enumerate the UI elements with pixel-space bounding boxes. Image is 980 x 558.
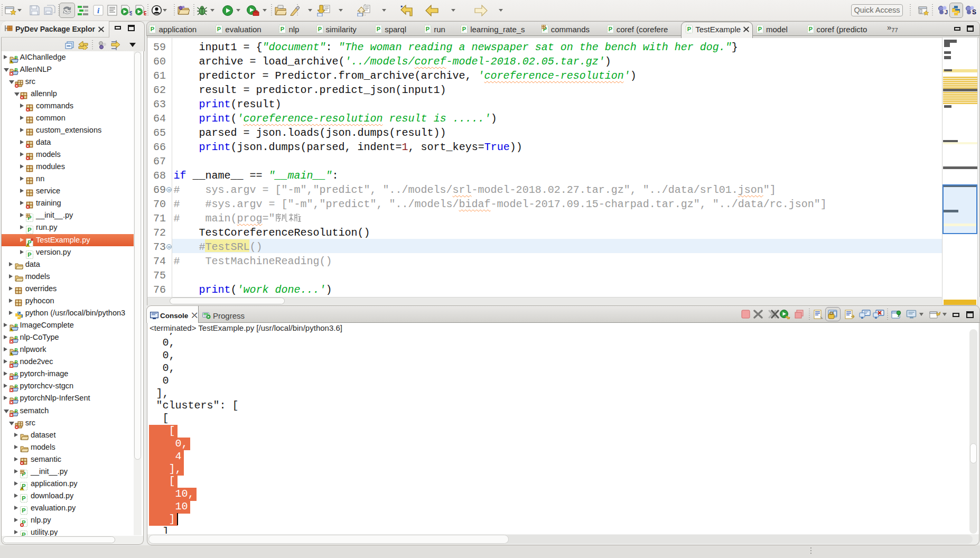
svg-text:P: P: [151, 26, 154, 32]
svg-text:P: P: [462, 26, 466, 32]
svg-text:P: P: [14, 396, 17, 401]
svg-text:P: P: [14, 336, 17, 340]
svg-text:P: P: [22, 495, 26, 501]
svg-text:P: P: [318, 26, 321, 32]
svg-text:P: P: [758, 26, 762, 32]
svg-text:P: P: [22, 507, 26, 514]
svg-text:EE: EE: [144, 11, 146, 16]
svg-text:P: P: [217, 26, 221, 32]
svg-text:P: P: [27, 227, 31, 233]
svg-text:P: P: [609, 26, 612, 32]
svg-text:S: S: [129, 11, 132, 16]
svg-text:P: P: [14, 360, 17, 365]
svg-text:P: P: [14, 68, 17, 72]
svg-text:P: P: [426, 26, 430, 32]
svg-text:S: S: [972, 8, 976, 16]
svg-text:P: P: [377, 26, 380, 32]
svg-text:P: P: [27, 252, 31, 258]
svg-text:P: P: [14, 55, 17, 60]
svg-text:P: P: [14, 323, 17, 328]
svg-text:P: P: [14, 409, 17, 414]
svg-text:P: P: [14, 384, 17, 389]
svg-text:J: J: [945, 9, 948, 15]
svg-text:P: P: [14, 372, 17, 377]
svg-text:P: P: [14, 348, 17, 352]
svg-text:P: P: [687, 26, 691, 32]
svg-text:P: P: [281, 26, 284, 32]
svg-text:P: P: [808, 26, 812, 32]
svg-text:P: P: [22, 532, 26, 536]
